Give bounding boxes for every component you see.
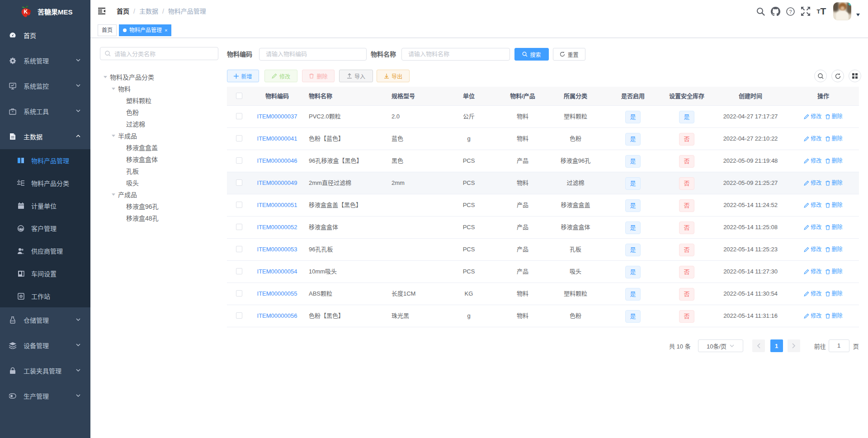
svg-text:?: ? <box>789 9 792 14</box>
svg-text:K: K <box>24 9 28 15</box>
